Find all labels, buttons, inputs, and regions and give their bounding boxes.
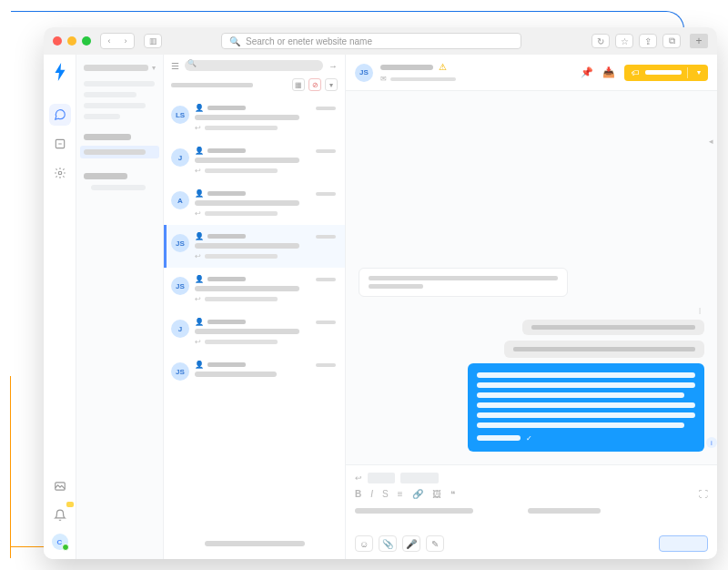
- image-icon[interactable]: 🖼: [432, 489, 441, 499]
- avatar[interactable]: C: [52, 534, 68, 550]
- address-bar[interactable]: 🔍 Search or eneter website name: [221, 33, 521, 49]
- thread-search-input[interactable]: [185, 60, 323, 71]
- thread-item[interactable]: A 👤 ↩: [164, 182, 345, 225]
- reload-icon[interactable]: ↻: [592, 34, 610, 48]
- thread-item[interactable]: LS 👤 ↩: [164, 97, 345, 139]
- chevron-down-icon[interactable]: ▾: [325, 78, 338, 91]
- send-button[interactable]: [659, 535, 708, 552]
- sidebar-item[interactable]: [84, 92, 136, 97]
- expand-icon[interactable]: ⛶: [699, 489, 708, 499]
- thread-toolbar: ☰ →: [164, 55, 345, 76]
- sidebar-group-label: [84, 134, 131, 140]
- notification-badge: [66, 502, 74, 507]
- reply-icon: ↩: [355, 473, 362, 483]
- collapse-icon[interactable]: ◂: [709, 137, 713, 146]
- browser-window: ‹ › ▥ 🔍 Search or eneter website name ↻ …: [44, 27, 717, 559]
- mail-icon: ✉: [380, 75, 387, 83]
- settings-icon[interactable]: [49, 162, 71, 184]
- pin-icon[interactable]: 📌: [581, 66, 593, 78]
- sidebar-toggle-icon[interactable]: ▥: [144, 34, 162, 48]
- conversation-header: JS ⚠ ✉ 📌 📥 🏷: [346, 55, 717, 91]
- inbox-icon[interactable]: [49, 133, 71, 155]
- conversation-panel: JS ⚠ ✉ 📌 📥 🏷: [346, 55, 717, 559]
- sidebar: ▾: [76, 55, 164, 559]
- sidebar-item[interactable]: [91, 185, 146, 190]
- check-icon: ✓: [526, 434, 532, 443]
- avatar: JS: [355, 64, 373, 82]
- filter-chip[interactable]: [171, 83, 253, 87]
- message-outgoing: [504, 341, 704, 358]
- thread-item[interactable]: JS 👤 ↩: [164, 268, 345, 310]
- sidebar-item[interactable]: [84, 81, 155, 87]
- mic-icon[interactable]: 🎤: [402, 535, 420, 552]
- svg-point-1: [58, 171, 62, 175]
- timestamp: |: [699, 306, 701, 314]
- signature-icon[interactable]: ✎: [426, 535, 444, 552]
- link-icon[interactable]: 🔗: [412, 489, 423, 499]
- filter-icon[interactable]: ☰: [171, 61, 179, 71]
- avatar: J: [171, 320, 189, 338]
- close-icon[interactable]: [53, 36, 62, 46]
- minimize-icon[interactable]: [67, 36, 76, 46]
- forward-icon[interactable]: ›: [117, 34, 134, 48]
- chevron-down-icon: ▾: [693, 68, 704, 76]
- message-incoming: [359, 268, 568, 297]
- italic-icon[interactable]: I: [370, 489, 373, 499]
- app-logo[interactable]: [52, 62, 68, 82]
- window-controls: [53, 36, 91, 46]
- message-outgoing-group: | ✓ i: [468, 306, 704, 452]
- nav-buttons: ‹ ›: [100, 33, 135, 49]
- composer-toolbar: B I S ≡ 🔗 🖼 ❝ ⛶: [355, 489, 708, 499]
- attach-icon[interactable]: 📎: [379, 535, 397, 552]
- reply-icon: ↩: [195, 124, 201, 132]
- thread-item[interactable]: J 👤 ↩: [164, 310, 345, 353]
- app-content: C ▾ ☰ →: [44, 55, 717, 559]
- titlebar: ‹ › ▥ 🔍 Search or eneter website name ↻ …: [44, 27, 717, 55]
- tag-chip[interactable]: [368, 473, 395, 483]
- share-icon[interactable]: ⇪: [639, 34, 657, 48]
- status-dropdown[interactable]: 🏷 ▾: [624, 65, 708, 81]
- sidebar-item-active[interactable]: [80, 146, 159, 158]
- screenshot-icon[interactable]: [49, 475, 71, 497]
- sidebar-item[interactable]: [84, 114, 120, 119]
- tabs-icon[interactable]: ⧉: [662, 34, 681, 48]
- quote-icon[interactable]: ❝: [450, 489, 455, 499]
- close-filter-icon[interactable]: ⊘: [308, 78, 321, 91]
- strike-icon[interactable]: S: [382, 489, 389, 499]
- chat-icon[interactable]: [49, 104, 71, 126]
- avatar: J: [171, 148, 189, 167]
- reply-icon: ↩: [195, 209, 201, 218]
- tag-icon: 🏷: [632, 68, 640, 77]
- thread-item-selected[interactable]: JS 👤 ↩: [164, 225, 345, 268]
- sidebar-item[interactable]: [84, 103, 146, 108]
- tag-chip[interactable]: [400, 473, 439, 483]
- reply-icon: ↩: [195, 167, 201, 175]
- conversation-title: ⚠ ✉: [380, 62, 456, 83]
- message-outgoing-highlight: ✓ i: [468, 363, 704, 452]
- sidebar-header[interactable]: ▾: [84, 64, 156, 72]
- thread-item[interactable]: J 👤 ↩: [164, 139, 345, 182]
- back-icon[interactable]: ‹: [101, 34, 117, 48]
- composer-textarea[interactable]: [355, 508, 708, 526]
- thread-item[interactable]: JS 👤: [164, 353, 345, 392]
- bell-icon[interactable]: [49, 504, 71, 526]
- info-icon[interactable]: i: [706, 437, 717, 448]
- avatar: A: [171, 191, 189, 209]
- emoji-icon[interactable]: ☺: [355, 535, 373, 552]
- forward-icon[interactable]: →: [329, 61, 338, 71]
- bold-icon[interactable]: B: [355, 489, 361, 499]
- maximize-icon[interactable]: [82, 36, 91, 46]
- list-icon[interactable]: ≡: [398, 489, 403, 499]
- thread-chips: ▦ ⊘ ▾: [164, 76, 345, 97]
- new-tab-icon[interactable]: +: [690, 34, 708, 48]
- thread-list-footer: [164, 524, 345, 559]
- bookmark-icon[interactable]: ☆: [615, 34, 633, 48]
- chevron-down-icon: ▾: [152, 64, 156, 72]
- grid-icon[interactable]: ▦: [292, 78, 305, 91]
- avatar: LS: [171, 106, 189, 124]
- avatar-initial: C: [57, 538, 63, 546]
- archive-icon[interactable]: 📥: [602, 66, 615, 78]
- warning-icon: ⚠: [439, 62, 447, 72]
- reply-icon: ↩: [195, 338, 201, 346]
- composer: ↩ B I S ≡ 🔗 🖼 ❝ ⛶: [346, 464, 717, 559]
